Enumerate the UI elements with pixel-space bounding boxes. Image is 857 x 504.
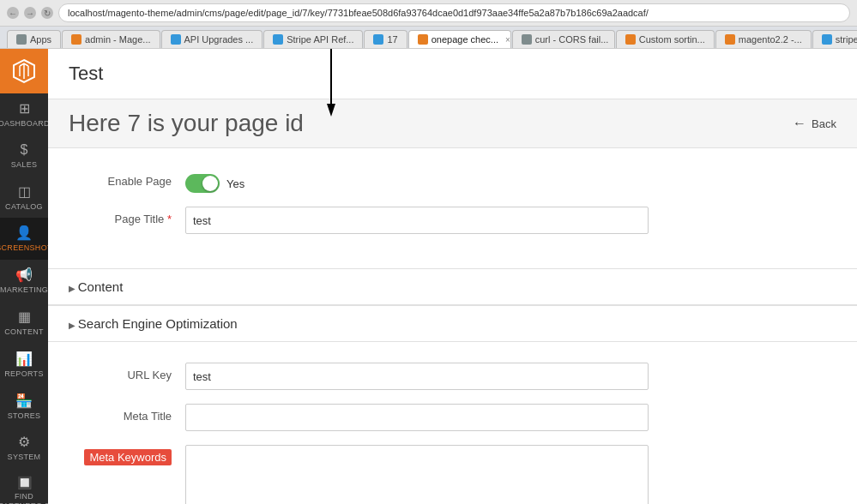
tab-favicon xyxy=(418,34,428,45)
seo-section-header[interactable]: Search Engine Optimization xyxy=(48,305,857,342)
sidebar-item-reports[interactable]: 📊 REPORTS xyxy=(0,344,48,386)
url-key-label: URL Key xyxy=(69,363,172,381)
sidebar-logo xyxy=(0,49,48,93)
tab-close-icon[interactable]: × xyxy=(505,35,510,45)
back-button[interactable]: ← Back xyxy=(793,116,836,131)
seo-section-title: Search Engine Optimization xyxy=(69,316,238,331)
annotation-text: Here 7 is your page id xyxy=(69,110,304,137)
tab-custom-sort[interactable]: Custom sortin... xyxy=(616,30,715,48)
browser-toolbar: ← → ↻ xyxy=(0,0,857,27)
tab-favicon xyxy=(171,34,181,45)
url-key-control xyxy=(185,363,649,390)
sidebar: ⊞ DASHBOARD $ SALES ◫ CATALOG 👤 Screensh… xyxy=(0,49,48,504)
tab-admin[interactable]: admin - Mage... xyxy=(62,30,160,48)
back-arrow-icon: ← xyxy=(793,116,806,131)
meta-title-input[interactable] xyxy=(185,404,649,431)
page-title-input[interactable] xyxy=(185,207,649,234)
meta-keywords-label: Meta Keywords xyxy=(84,449,172,465)
meta-keywords-label-wrapper: Meta Keywords xyxy=(69,445,172,464)
sidebar-item-catalog[interactable]: ◫ CATALOG xyxy=(0,177,48,219)
toggle-knob xyxy=(202,176,218,191)
tab-favicon xyxy=(725,34,735,45)
forward-button[interactable]: → xyxy=(24,7,36,19)
magento-logo-icon xyxy=(11,58,37,84)
url-key-row: URL Key xyxy=(69,363,836,390)
enable-page-toggle[interactable] xyxy=(185,174,220,193)
meta-title-row: Meta Title xyxy=(69,404,836,431)
form-area: Enable Page Yes Page Title xyxy=(48,148,857,268)
sidebar-item-system[interactable]: ⚙ SYSTEM xyxy=(0,427,48,469)
tab-favicon xyxy=(373,34,383,45)
tab-favicon xyxy=(822,34,832,45)
seo-form: URL Key Meta Title Meta Keywords xyxy=(48,342,857,504)
tab-favicon xyxy=(16,34,27,45)
marketing-icon: 📢 xyxy=(15,267,33,283)
tab-api-upgrades[interactable]: API Upgrades ... xyxy=(161,30,263,48)
meta-keywords-control xyxy=(185,445,649,504)
reports-icon: 📊 xyxy=(15,351,33,367)
content-section-title: Content xyxy=(69,279,123,294)
tab-apps[interactable]: Apps xyxy=(7,30,61,48)
tab-favicon xyxy=(71,34,81,45)
tab-stripe[interactable]: stripe xyxy=(812,30,857,48)
browser-chrome: ← → ↻ Apps admin - Mage... API Upgrades … xyxy=(0,0,857,49)
sidebar-item-dashboard[interactable]: ⊞ DASHBOARD xyxy=(0,93,48,135)
tab-onepage[interactable]: onepage chec... × xyxy=(408,30,511,48)
sales-icon: $ xyxy=(21,142,28,158)
dashboard-icon: ⊞ xyxy=(19,100,30,117)
enable-page-label: Enable Page xyxy=(69,169,172,188)
content-section-header[interactable]: Content xyxy=(48,268,857,305)
content-icon: ▦ xyxy=(18,309,31,325)
page-title-row: Page Title xyxy=(69,207,836,234)
back-button[interactable]: ← xyxy=(7,7,19,19)
meta-title-control xyxy=(185,404,649,431)
sidebar-item-content[interactable]: ▦ CONTENT xyxy=(0,302,48,344)
tab-stripe-api[interactable]: Stripe API Ref... xyxy=(263,30,363,48)
main-content: Test Here 7 is your page id ← Back Enabl… xyxy=(48,49,857,504)
page-title: Test xyxy=(69,63,103,84)
tab-magento22[interactable]: magento2.2 -... xyxy=(715,30,812,48)
tab-17[interactable]: 17 xyxy=(364,30,407,48)
sidebar-item-sales[interactable]: $ SALES xyxy=(0,135,48,177)
catalog-icon: ◫ xyxy=(18,183,31,200)
meta-title-label: Meta Title xyxy=(69,404,172,423)
tab-favicon xyxy=(625,34,636,45)
app-container: ⊞ DASHBOARD $ SALES ◫ CATALOG 👤 Screensh… xyxy=(0,49,857,504)
meta-keywords-input[interactable] xyxy=(185,445,649,504)
sidebar-item-stores[interactable]: 🏪 STORES xyxy=(0,386,48,428)
tab-favicon xyxy=(273,34,283,45)
tab-favicon xyxy=(522,34,532,45)
url-key-input[interactable] xyxy=(185,363,649,390)
tabs-bar: Apps admin - Mage... API Upgrades ... St… xyxy=(0,27,857,48)
page-header: Test xyxy=(48,49,857,99)
page-title-label: Page Title xyxy=(69,207,172,225)
system-icon: ⚙ xyxy=(18,434,30,450)
address-bar[interactable] xyxy=(58,3,850,22)
meta-keywords-row: Meta Keywords xyxy=(69,445,836,504)
sidebar-item-partners[interactable]: 🔲 FIND PARTNERS & EXTENSIONS xyxy=(0,469,48,504)
stores-icon: 🏪 xyxy=(15,393,33,409)
reload-button[interactable]: ↻ xyxy=(41,7,53,19)
customers-icon: 👤 xyxy=(15,225,33,241)
page-title-control xyxy=(185,207,649,234)
enable-page-control: Yes xyxy=(185,169,649,193)
sidebar-item-marketing[interactable]: 📢 MARKETING xyxy=(0,260,48,302)
partners-icon: 🔲 xyxy=(17,476,32,489)
enable-page-row: Enable Page Yes xyxy=(69,169,836,193)
tab-curl[interactable]: curl - CORS fail... xyxy=(512,30,615,48)
toggle-wrapper: Yes xyxy=(185,169,649,193)
sidebar-item-screenshot[interactable]: 👤 Screenshot xyxy=(0,218,48,260)
info-banner: Here 7 is your page id ← Back xyxy=(48,99,857,148)
svg-marker-1 xyxy=(327,104,335,117)
toggle-label: Yes xyxy=(226,177,244,190)
